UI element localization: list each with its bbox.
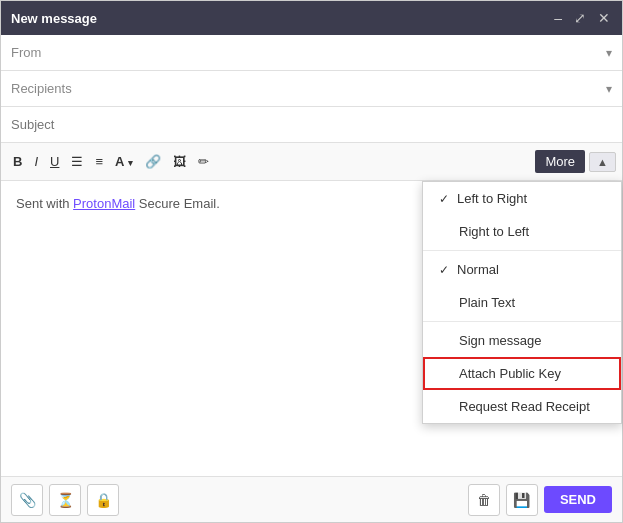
ordered-list-button[interactable]: ≡ — [89, 151, 109, 172]
dropdown-item-ltr[interactable]: Left to Right — [423, 182, 621, 215]
footer-bar: 📎 ⏳ 🔒 🗑 💾 SEND — [1, 476, 622, 522]
underline-button[interactable]: U — [44, 151, 65, 172]
subject-row — [1, 107, 622, 143]
lock-icon: 🔒 — [95, 492, 112, 508]
readreceipt-label: Request Read Receipt — [459, 399, 590, 414]
compose-window: New message – ⤢ ✕ From ▾ Recipients ▾ B … — [0, 0, 623, 523]
save-icon: 💾 — [513, 492, 530, 508]
expiry-icon: ⏳ — [57, 492, 74, 508]
minimize-button[interactable]: – — [552, 10, 564, 26]
attachment-button[interactable]: 📎 — [11, 484, 43, 516]
close-button[interactable]: ✕ — [596, 10, 612, 26]
link-button[interactable]: 🔗 — [139, 151, 167, 172]
from-label: From — [11, 45, 606, 60]
signature-suffix: Secure Email. — [135, 196, 220, 211]
recipients-row[interactable]: Recipients ▾ — [1, 71, 622, 107]
dropdown-item-sign[interactable]: Sign message — [423, 324, 621, 357]
dropdown-item-readreceipt[interactable]: Request Read Receipt — [423, 390, 621, 423]
unordered-list-button[interactable]: ☰ — [65, 151, 89, 172]
protonmail-link[interactable]: ProtonMail — [73, 196, 135, 211]
italic-button[interactable]: I — [28, 151, 44, 172]
dropdown-item-normal[interactable]: Normal — [423, 253, 621, 286]
toolbar-row: B I U ☰ ≡ A ▾ 🔗 🖼 ✏ More ▲ Left to Right… — [1, 143, 622, 181]
from-chevron-icon: ▾ — [606, 46, 612, 60]
plaintext-label: Plain Text — [459, 295, 515, 310]
dropdown-item-pubkey[interactable]: Attach Public Key — [423, 357, 621, 390]
bold-button[interactable]: B — [7, 151, 28, 172]
encryption-button[interactable]: 🔒 — [87, 484, 119, 516]
footer-left-actions: 📎 ⏳ 🔒 — [11, 484, 119, 516]
expiry-button[interactable]: ⏳ — [49, 484, 81, 516]
subject-input[interactable] — [11, 117, 612, 132]
footer-right-actions: 🗑 💾 SEND — [468, 484, 612, 516]
dropdown-menu: Left to Right Right to Left Normal Plain… — [422, 181, 622, 424]
eraser-button[interactable]: ✏ — [192, 151, 215, 172]
font-button[interactable]: A ▾ — [109, 151, 139, 172]
titlebar: New message – ⤢ ✕ — [1, 1, 622, 35]
send-button[interactable]: SEND — [544, 486, 612, 513]
divider-2 — [423, 321, 621, 322]
delete-icon: 🗑 — [477, 492, 491, 508]
pubkey-label: Attach Public Key — [459, 366, 561, 381]
divider-1 — [423, 250, 621, 251]
from-row[interactable]: From ▾ — [1, 35, 622, 71]
image-button[interactable]: 🖼 — [167, 151, 192, 172]
window-title: New message — [11, 11, 97, 26]
sign-label: Sign message — [459, 333, 541, 348]
dropdown-item-rtl[interactable]: Right to Left — [423, 215, 621, 248]
attachment-icon: 📎 — [19, 492, 36, 508]
recipients-chevron-icon: ▾ — [606, 82, 612, 96]
save-button[interactable]: 💾 — [506, 484, 538, 516]
more-button[interactable]: More — [535, 150, 585, 173]
toolbar-expand-button[interactable]: ▲ — [589, 152, 616, 172]
signature-text: Sent with — [16, 196, 73, 211]
rtl-label: Right to Left — [459, 224, 529, 239]
expand-button[interactable]: ⤢ — [572, 10, 588, 26]
recipients-label: Recipients — [11, 81, 606, 96]
ltr-label: Left to Right — [457, 191, 527, 206]
delete-button[interactable]: 🗑 — [468, 484, 500, 516]
titlebar-controls: – ⤢ ✕ — [552, 10, 612, 26]
dropdown-item-plaintext[interactable]: Plain Text — [423, 286, 621, 319]
normal-label: Normal — [457, 262, 499, 277]
